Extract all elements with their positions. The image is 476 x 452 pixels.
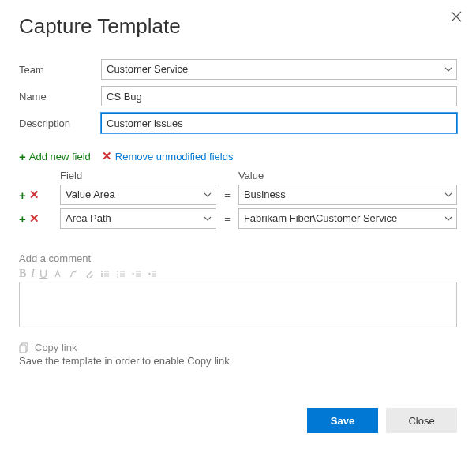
link-icon[interactable] [68, 268, 79, 279]
name-input[interactable] [101, 86, 457, 106]
add-new-field-link[interactable]: + Add new field [19, 150, 91, 163]
remove-row-icon[interactable]: ✕ [29, 211, 39, 226]
value-select-value: Fabrikam Fiber\Customer Service [238, 208, 457, 229]
copy-link-hint: Save the template in order to enable Cop… [19, 355, 457, 367]
bold-icon[interactable]: B [19, 267, 26, 280]
equals-sign: = [216, 189, 238, 201]
italic-icon[interactable]: I [31, 267, 35, 280]
svg-rect-4 [20, 345, 26, 353]
description-input[interactable] [101, 113, 457, 133]
comment-placeholder: Add a comment [19, 252, 457, 264]
description-label: Description [19, 118, 101, 129]
numbered-list-icon[interactable] [115, 268, 126, 279]
team-label: Team [19, 64, 101, 76]
add-row-icon[interactable]: + [19, 189, 26, 202]
svg-point-1 [101, 273, 103, 275]
name-label: Name [19, 91, 101, 103]
value-column-header: Value [238, 170, 457, 181]
copy-link-label: Copy link [35, 342, 77, 353]
rich-text-toolbar: B I U [19, 267, 457, 280]
field-select[interactable]: Area Path [60, 208, 216, 229]
team-select-value: Customer Service [101, 59, 457, 80]
text-color-icon[interactable] [52, 268, 63, 279]
attachment-icon[interactable] [84, 268, 95, 279]
close-button[interactable]: Close [386, 408, 457, 433]
equals-sign: = [216, 213, 238, 225]
bullet-list-icon[interactable] [99, 268, 111, 279]
add-row-icon[interactable]: + [19, 212, 26, 226]
svg-point-2 [101, 275, 103, 277]
plus-icon: + [19, 150, 26, 163]
remove-unmodified-label: Remove unmodified fields [115, 151, 234, 162]
copy-link-button: Copy link [19, 342, 457, 353]
svg-point-0 [101, 271, 103, 272]
value-select[interactable]: Fabrikam Fiber\Customer Service [238, 208, 457, 229]
field-row: + ✕ Area Path = Fabrikam Fiber\Customer … [19, 208, 457, 229]
dialog-title: Capture Template [19, 14, 457, 39]
comment-textarea[interactable] [19, 282, 457, 327]
value-select[interactable]: Business [238, 185, 457, 205]
indent-icon[interactable] [147, 268, 158, 279]
value-select-value: Business [238, 185, 457, 205]
remove-row-icon[interactable]: ✕ [29, 188, 39, 202]
field-row: + ✕ Value Area = Business [19, 185, 457, 205]
field-select[interactable]: Value Area [60, 185, 216, 205]
copy-link-icon [19, 342, 30, 353]
underline-icon[interactable]: U [39, 267, 47, 280]
x-icon: ✕ [102, 149, 112, 163]
field-column-header: Field [60, 170, 216, 181]
add-new-field-label: Add new field [29, 151, 91, 162]
team-select[interactable]: Customer Service [101, 59, 457, 80]
field-select-value: Area Path [60, 208, 216, 229]
close-icon[interactable] [451, 11, 462, 22]
outdent-icon[interactable] [131, 268, 142, 279]
save-button[interactable]: Save [307, 408, 378, 433]
field-select-value: Value Area [60, 185, 216, 205]
remove-unmodified-fields-link[interactable]: ✕ Remove unmodified fields [102, 149, 234, 163]
